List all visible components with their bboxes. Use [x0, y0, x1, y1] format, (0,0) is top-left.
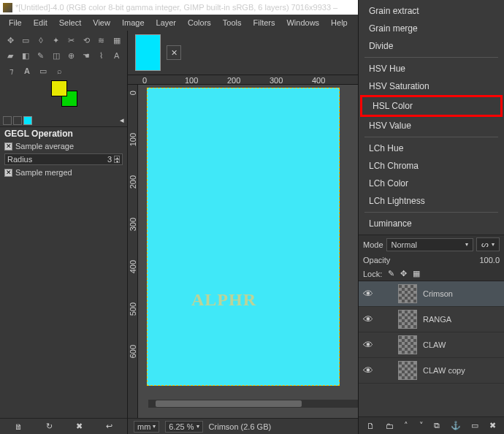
mode-switch-icon[interactable]: ᔕ▾: [476, 237, 500, 251]
layer-row[interactable]: 👁 Crimson: [359, 281, 504, 307]
menu-layer[interactable]: Layer: [150, 16, 183, 29]
tool-free-select[interactable]: ◊: [35, 34, 47, 47]
radius-down[interactable]: ▾: [114, 159, 120, 163]
ruler-h-200: 200: [227, 76, 240, 85]
dock-tab-3[interactable]: [23, 116, 32, 125]
lock-pixels-icon[interactable]: ✎: [388, 269, 394, 278]
canvas[interactable]: ALPHR: [147, 88, 340, 386]
eye-icon[interactable]: 👁: [363, 313, 375, 325]
lock-alpha-icon[interactable]: ▦: [413, 269, 420, 278]
blend-lch-hue[interactable]: LCh Hue: [359, 140, 504, 157]
lower-layer-icon[interactable]: ˅: [419, 421, 424, 430]
tool-smudge[interactable]: ☚: [80, 49, 93, 62]
tool-fuzzy-select[interactable]: ✦: [50, 34, 62, 47]
layer-name[interactable]: CLAW: [423, 340, 446, 349]
canvas-watermark-text: ALPHR: [191, 290, 256, 310]
menu-filters[interactable]: Filters: [248, 16, 281, 29]
toolbox: ✥ ▭ ◊ ✦ ✂ ⟲ ≋ ▦ ▰ ◧ ✎ ◫ ⊕ ☚ ⌇ A ⁊ A: [0, 31, 127, 114]
lock-label: Lock:: [363, 270, 382, 278]
mode-combo[interactable]: Normal▾: [386, 238, 473, 251]
tool-zoom[interactable]: ⌕: [53, 64, 66, 77]
color-swatches[interactable]: [48, 80, 123, 111]
menu-file[interactable]: File: [3, 16, 28, 29]
tool-rotate[interactable]: ⟲: [80, 34, 93, 47]
close-image-button[interactable]: ✕: [167, 45, 181, 60]
layer-thumbnail[interactable]: [398, 361, 417, 380]
tool-move[interactable]: ✥: [4, 34, 17, 47]
sample-merged-checkbox[interactable]: ✕: [4, 169, 12, 177]
eye-icon[interactable]: 👁: [363, 365, 375, 376]
blend-lch-chroma[interactable]: LCh Chroma: [359, 157, 504, 175]
tool-measure[interactable]: ▭: [37, 64, 50, 77]
eye-icon[interactable]: 👁: [363, 288, 375, 300]
mask-layer-icon[interactable]: ▭: [471, 421, 478, 430]
ruler-v-100: 100: [129, 133, 137, 146]
reset-icon[interactable]: ↩: [106, 422, 112, 431]
opacity-value[interactable]: 100.0: [479, 256, 500, 264]
tool-crop[interactable]: ✂: [65, 34, 77, 47]
tool-path[interactable]: ⌇: [96, 49, 108, 62]
blend-hsv-value[interactable]: HSV Value: [359, 117, 504, 134]
zoom-combo[interactable]: 6.25 %▾: [165, 421, 202, 433]
layer-row[interactable]: 👁 CLAW: [359, 332, 504, 358]
ruler-vertical[interactable]: 0 100 200 300 400 500 600: [128, 85, 138, 418]
new-group-icon[interactable]: 🗀: [386, 422, 394, 430]
tool-pencil[interactable]: ✎: [35, 49, 47, 62]
dock-tab-2[interactable]: [13, 116, 22, 125]
scrollbar-h-thumb[interactable]: [156, 400, 302, 407]
merge-layer-icon[interactable]: ⚓: [451, 421, 461, 430]
eye-icon[interactable]: 👁: [363, 339, 375, 351]
blend-lch-lightness[interactable]: LCh Lightness: [359, 192, 504, 210]
raise-layer-icon[interactable]: ˄: [404, 421, 408, 430]
layer-thumbnail[interactable]: [398, 335, 417, 354]
radius-input[interactable]: Radius 3 ▴▾: [4, 153, 123, 165]
blend-lch-color[interactable]: LCh Color: [359, 175, 504, 192]
tool-picker[interactable]: ⁊: [4, 64, 18, 77]
tool-bucket[interactable]: ▰: [4, 49, 17, 62]
tool-rect-select[interactable]: ▭: [20, 34, 32, 47]
layer-thumbnail[interactable]: [398, 310, 417, 329]
layers-list: 👁 Crimson 👁 RANGA 👁 CLAW 👁 CLAW copy: [359, 281, 504, 416]
menu-select[interactable]: Select: [53, 16, 88, 29]
dock-config-icon[interactable]: ◂: [120, 115, 124, 125]
tool-deform[interactable]: ▦: [110, 34, 123, 47]
blend-hsl-color[interactable]: HSL Color: [362, 97, 500, 115]
layer-name[interactable]: CLAW copy: [423, 366, 465, 375]
delete-layer-icon[interactable]: ✖: [489, 421, 496, 430]
duplicate-layer-icon[interactable]: ⧉: [434, 421, 440, 430]
layer-name[interactable]: Crimson: [423, 289, 453, 298]
menu-windows[interactable]: Windows: [280, 16, 325, 29]
blend-grain-extract[interactable]: Grain extract: [359, 2, 504, 20]
tool-text[interactable]: A: [110, 49, 123, 62]
blend-hsv-hue[interactable]: HSV Hue: [359, 60, 504, 77]
menu-image[interactable]: Image: [116, 16, 150, 29]
layer-thumbnail[interactable]: [398, 284, 417, 303]
tool-picker2[interactable]: A: [20, 64, 34, 77]
menu-edit[interactable]: Edit: [28, 16, 53, 29]
menu-view[interactable]: View: [87, 16, 116, 29]
menu-help[interactable]: Help: [325, 16, 354, 29]
restore-icon[interactable]: ↻: [46, 422, 53, 431]
tool-eraser[interactable]: ◫: [50, 49, 62, 62]
delete-icon[interactable]: ✖: [76, 422, 83, 431]
menu-tools[interactable]: Tools: [217, 16, 248, 29]
tool-warp[interactable]: ≋: [96, 34, 108, 47]
blend-luminance[interactable]: Luminance: [359, 215, 504, 232]
blend-grain-merge[interactable]: Grain merge: [359, 20, 504, 37]
dock-tab-1[interactable]: [3, 116, 12, 125]
blend-hsv-saturation[interactable]: HSV Saturation: [359, 77, 504, 95]
blend-divide[interactable]: Divide: [359, 37, 504, 55]
layer-row[interactable]: 👁 RANGA: [359, 307, 504, 332]
layer-name[interactable]: RANGA: [423, 315, 451, 324]
layer-row[interactable]: 👁 CLAW copy: [359, 358, 504, 384]
sample-average-checkbox[interactable]: ✕: [4, 142, 12, 151]
image-thumbnail[interactable]: [135, 34, 161, 71]
menu-colors[interactable]: Colors: [182, 16, 217, 29]
tool-gradient[interactable]: ◧: [20, 49, 32, 62]
save-preset-icon[interactable]: 🗎: [15, 422, 23, 431]
foreground-color[interactable]: [51, 80, 67, 96]
new-layer-icon[interactable]: 🗋: [367, 422, 375, 430]
tool-clone[interactable]: ⊕: [65, 49, 77, 62]
lock-position-icon[interactable]: ✥: [400, 269, 407, 278]
unit-combo[interactable]: mm▾: [134, 421, 159, 433]
